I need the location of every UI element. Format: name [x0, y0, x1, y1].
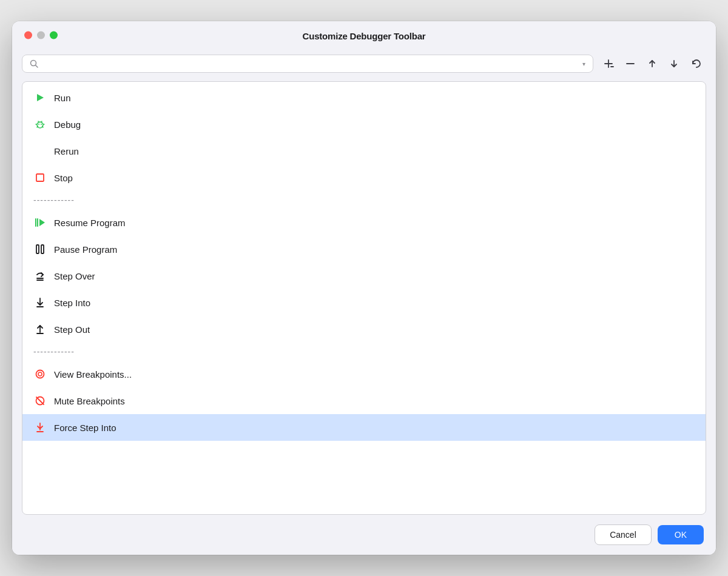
svg-point-9: [37, 122, 43, 128]
item-label: Step Into: [54, 298, 90, 308]
list-item-step-over[interactable]: Step Over: [22, 263, 706, 289]
ok-button[interactable]: OK: [658, 525, 704, 544]
list-item-stop[interactable]: Stop: [22, 164, 706, 191]
item-label: View Breakpoints...: [54, 369, 132, 380]
stop-icon: [33, 173, 47, 183]
list-item-step-into[interactable]: Step Into: [22, 289, 706, 316]
customize-debugger-dialog: Customize Debugger Toolbar ▾: [12, 21, 716, 555]
item-label: Debug: [54, 119, 81, 130]
svg-point-31: [38, 372, 42, 376]
revert-button[interactable]: [686, 53, 706, 74]
maximize-button[interactable]: [50, 31, 58, 39]
svg-marker-21: [39, 219, 45, 226]
window-controls: [24, 31, 58, 39]
remove-button[interactable]: [620, 53, 641, 74]
item-label: Force Step Into: [54, 423, 116, 433]
svg-point-13: [41, 124, 42, 125]
dialog-footer: Cancel OK: [12, 515, 716, 555]
item-label: Step Over: [54, 271, 95, 281]
search-icon: [30, 59, 38, 68]
list-item-step-out[interactable]: Step Out: [22, 316, 706, 343]
search-chevron-icon: ▾: [582, 61, 585, 67]
search-box: ▾: [22, 55, 593, 73]
svg-line-1: [36, 65, 38, 68]
svg-rect-23: [41, 245, 44, 253]
search-input[interactable]: [42, 59, 579, 69]
add-button[interactable]: [598, 53, 619, 74]
list-item-mute-breakpoints[interactable]: Mute Breakpoints: [22, 387, 706, 414]
move-down-button[interactable]: [664, 53, 684, 74]
breakpoint-icon: [33, 369, 47, 380]
svg-point-12: [38, 124, 39, 125]
separator-label: ------------: [33, 195, 75, 205]
svg-marker-8: [37, 94, 44, 101]
item-label: Resume Program: [54, 218, 126, 228]
svg-rect-18: [36, 174, 44, 181]
title-bar: Customize Debugger Toolbar: [12, 21, 716, 49]
list-item-force-step-into[interactable]: Force Step Into: [22, 414, 706, 441]
item-label: Run: [54, 93, 71, 103]
separator-2: ------------: [22, 343, 706, 361]
item-label: Pause Program: [54, 244, 117, 255]
items-list[interactable]: Run Debug Rerun: [22, 81, 706, 515]
item-label: Rerun: [54, 146, 79, 156]
mute-breakpoint-icon: [33, 395, 47, 406]
dialog-title: Customize Debugger Toolbar: [303, 31, 426, 41]
list-item-pause[interactable]: Pause Program: [22, 236, 706, 263]
svg-point-30: [36, 370, 44, 378]
cancel-button[interactable]: Cancel: [595, 524, 652, 545]
list-item-resume[interactable]: Resume Program: [22, 209, 706, 236]
step-over-icon: [33, 270, 47, 281]
list-item-debug[interactable]: Debug: [22, 111, 706, 138]
item-label: Step Out: [54, 324, 90, 335]
resume-icon: [33, 218, 47, 227]
move-up-button[interactable]: [642, 53, 662, 74]
list-item-run[interactable]: Run: [22, 84, 706, 111]
toolbar-actions: [598, 53, 706, 74]
close-button[interactable]: [24, 31, 32, 39]
pause-icon: [33, 244, 47, 254]
item-label: Stop: [54, 173, 73, 183]
svg-rect-22: [36, 245, 39, 253]
debug-icon: [33, 119, 47, 130]
force-step-into-icon: [33, 422, 47, 433]
step-into-icon: [33, 297, 47, 308]
minimize-button[interactable]: [37, 31, 45, 39]
list-item-view-breakpoints[interactable]: View Breakpoints...: [22, 361, 706, 387]
step-out-icon: [33, 324, 47, 335]
separator-1: ------------: [22, 191, 706, 209]
separator-label: ------------: [33, 347, 75, 357]
toolbar-area: ▾: [12, 49, 716, 81]
list-item-rerun[interactable]: Rerun: [22, 138, 706, 164]
item-label: Mute Breakpoints: [54, 396, 125, 406]
run-icon: [33, 93, 47, 102]
